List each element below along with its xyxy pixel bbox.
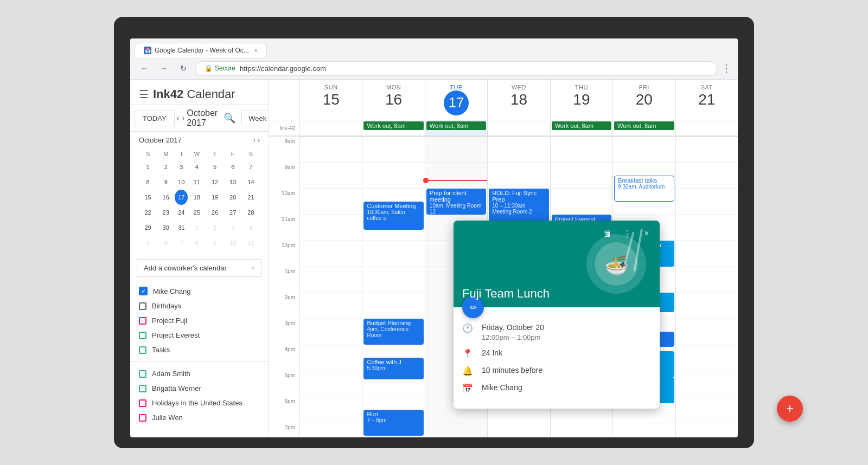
holidays-us-checkbox[interactable] <box>139 399 146 407</box>
mini-cal-day-28[interactable]: 28 <box>242 205 260 220</box>
project-everest-checkbox[interactable] <box>139 332 146 339</box>
mini-cal-day-19[interactable]: 19 <box>206 190 224 205</box>
julie-wen-label: Julie Wen <box>152 414 183 422</box>
adam-smith-checkbox[interactable] <box>139 370 146 378</box>
calendar-project-everest[interactable]: Project Everest <box>130 328 269 343</box>
mini-cal-day-12[interactable]: 12 <box>206 175 224 190</box>
hamburger-icon[interactable]: ☰ <box>139 88 149 101</box>
mini-cal-day-10[interactable]: 10 <box>175 175 188 190</box>
mini-cal-day-20[interactable]: 20 <box>224 190 242 205</box>
project-fuji-checkbox[interactable] <box>139 317 146 325</box>
search-btn[interactable]: 🔍 <box>220 108 239 128</box>
mini-cal-day-nov10[interactable]: 10 <box>224 235 242 250</box>
address-bar[interactable]: 🔒 Secure https://calendar.google.com <box>195 61 717 76</box>
calendar-tasks[interactable]: Tasks <box>130 343 269 357</box>
mini-cal-day-30[interactable]: 30 <box>157 220 175 235</box>
allday-event-workout-thu[interactable]: Work out, 8am <box>552 121 611 130</box>
brigatta-werner-checkbox[interactable] <box>139 385 146 392</box>
allday-event-workout-mon[interactable]: Work out, 8am <box>363 121 423 130</box>
mini-cal-day-8[interactable]: 8 <box>139 175 157 190</box>
event-breakfast-talks[interactable]: Breakfast talks 9:30am, Auditorium <box>614 176 674 202</box>
event-prep-client[interactable]: Prep for client meeting 10am, Meeting Ro… <box>426 189 486 215</box>
mini-cal-day-21[interactable]: 21 <box>242 190 260 205</box>
tab-close-btn[interactable]: × <box>254 48 258 54</box>
day-col-sat[interactable] <box>675 137 738 437</box>
allday-event-workout-fri[interactable]: Work out, 8am <box>614 121 674 130</box>
event-budget-planning[interactable]: Budget Planning 4pm, Conference Room <box>363 319 423 345</box>
popup-close-btn[interactable]: × <box>638 225 655 242</box>
calendar-birthdays[interactable]: Birthdays <box>130 299 269 313</box>
mini-cal-day-nov9[interactable]: 9 <box>206 235 224 250</box>
day-col-sun[interactable] <box>299 137 362 437</box>
mini-cal-day-23[interactable]: 23 <box>157 205 175 220</box>
mini-cal-day-9[interactable]: 9 <box>157 175 175 190</box>
mini-cal-day-6[interactable]: 6 <box>224 159 242 175</box>
calendar-mike-chang[interactable]: ✓ Mike Chang <box>130 283 269 299</box>
mini-cal-day-17-today[interactable]: 17 <box>175 190 188 205</box>
mini-cal-day-nov3[interactable]: 3 <box>224 220 242 235</box>
mini-cal-day-3[interactable]: 3 <box>175 159 188 175</box>
mini-cal-day-15[interactable]: 15 <box>139 190 157 205</box>
mini-cal-day-nov6[interactable]: 6 <box>157 235 175 250</box>
mini-cal-day-25[interactable]: 25 <box>188 205 206 220</box>
today-btn[interactable]: TODAY <box>135 111 175 126</box>
mini-cal-day-nov2[interactable]: 2 <box>206 220 224 235</box>
refresh-btn[interactable]: ↻ <box>176 61 191 76</box>
mini-cal-day-nov4[interactable]: 4 <box>242 220 260 235</box>
day-header-mon: Mon 16 <box>362 80 424 120</box>
calendar-brigatta-werner[interactable]: Brigatta Werner <box>130 381 269 396</box>
project-everest-label: Project Everest <box>152 331 200 339</box>
birthdays-checkbox[interactable] <box>139 302 146 310</box>
current-time-indicator <box>425 180 487 181</box>
mini-cal-day-31[interactable]: 31 <box>175 220 188 235</box>
hour-19-wed <box>488 423 550 437</box>
mini-cal-day-16[interactable]: 16 <box>157 190 175 205</box>
mini-cal-day-nov7[interactable]: 7 <box>175 235 188 250</box>
mini-cal-day-27[interactable]: 27 <box>224 205 242 220</box>
mini-cal-day-24[interactable]: 24 <box>175 205 188 220</box>
calendar-adam-smith[interactable]: Adam Smith <box>130 366 269 381</box>
popup-more-btn[interactable]: ⋮ <box>618 225 636 242</box>
mini-cal-next[interactable]: › <box>258 137 260 144</box>
add-coworker-btn[interactable]: Add a coworker's calendar + <box>137 259 262 277</box>
calendar-project-fuji[interactable]: Project Fuji <box>130 313 269 328</box>
browser-tab[interactable]: 📅 Google Calendar - Week of Oc... × <box>135 43 267 57</box>
next-week-btn[interactable]: › <box>182 109 184 127</box>
mini-cal-day-4[interactable]: 4 <box>188 159 206 175</box>
calendar-julie-wen[interactable]: Julie Wen <box>130 410 269 425</box>
forward-btn[interactable]: → <box>156 61 171 76</box>
calendar-holidays-us[interactable]: Holidays in the United States <box>130 396 269 410</box>
event-run-mon[interactable]: Run 7 – 8pm <box>363 410 423 436</box>
event-customer-meeting[interactable]: Customer Meeting 10:30am, Salon coffee s <box>363 202 423 230</box>
mini-cal-day-nov5[interactable]: 5 <box>139 235 157 250</box>
mini-cal-day-2[interactable]: 2 <box>157 159 175 175</box>
mini-cal-day-26[interactable]: 26 <box>206 205 224 220</box>
mini-cal-day-14[interactable]: 14 <box>242 175 260 190</box>
mini-cal-day-1[interactable]: 1 <box>139 159 157 175</box>
time-4pm: 4pm <box>269 345 299 371</box>
allday-event-workout-tue[interactable]: Work out, 8am <box>426 121 486 130</box>
day-col-mon[interactable]: Customer Meeting 10:30am, Salon coffee s… <box>362 137 424 437</box>
mini-cal-day-nov8[interactable]: 8 <box>188 235 206 250</box>
prev-week-btn[interactable]: ‹ <box>177 109 180 127</box>
mini-cal-prev[interactable]: ‹ <box>253 137 256 144</box>
day-name-mon: Mon <box>365 84 422 91</box>
view-selector[interactable]: Week▾ <box>241 111 269 126</box>
julie-wen-checkbox[interactable] <box>139 414 146 422</box>
browser-menu-btn[interactable]: ⋮ <box>722 62 731 74</box>
mini-cal-day-5[interactable]: 5 <box>206 159 224 175</box>
popup-delete-btn[interactable]: 🗑 <box>599 225 616 242</box>
mini-cal-day-18[interactable]: 18 <box>188 190 206 205</box>
mini-cal-day-22[interactable]: 22 <box>139 205 157 220</box>
mini-cal-day-nov11[interactable]: 11 <box>242 235 260 250</box>
mini-cal-day-nov1[interactable]: 1 <box>188 220 206 235</box>
tasks-checkbox[interactable] <box>139 346 146 354</box>
mini-cal-day-29[interactable]: 29 <box>139 220 157 235</box>
event-coffee-with-j[interactable]: Coffee with J 5:30pm <box>363 358 423 379</box>
mike-chang-checkbox[interactable]: ✓ <box>139 287 148 295</box>
mini-cal-day-7[interactable]: 7 <box>242 159 260 175</box>
mini-cal-day-13[interactable]: 13 <box>224 175 242 190</box>
day-name-sat: Sat <box>678 84 736 91</box>
back-btn[interactable]: ← <box>137 61 152 76</box>
mini-cal-day-11[interactable]: 11 <box>188 175 206 190</box>
